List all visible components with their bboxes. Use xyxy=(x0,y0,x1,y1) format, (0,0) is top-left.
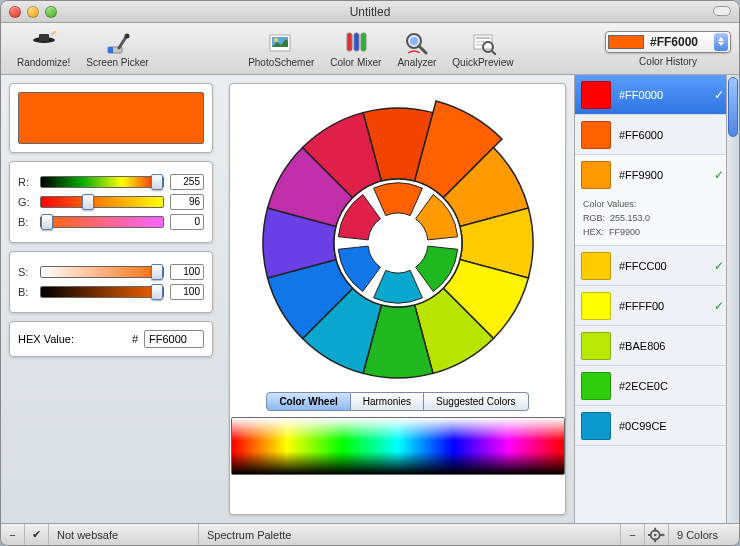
history-hex: #0C99CE xyxy=(619,420,724,432)
r-slider[interactable] xyxy=(40,176,164,188)
r-label: R: xyxy=(18,176,34,188)
randomize-label: Randomize! xyxy=(17,57,70,68)
stepper-arrows-icon[interactable] xyxy=(714,33,728,51)
history-row[interactable]: #BAE806▸ xyxy=(575,326,739,366)
history-list: #FF0000✓▸#FF6000▸#FF9900✓▾Color Values:R… xyxy=(575,75,739,523)
color-history-label: Color History xyxy=(639,56,697,67)
hex-dropdown-value: #FF6000 xyxy=(650,35,714,49)
history-row[interactable]: #0C99CE▸ xyxy=(575,406,739,446)
current-color-swatch xyxy=(18,92,204,144)
s-value[interactable]: 100 xyxy=(170,264,204,280)
toolbar: Randomize! Screen Picker PhotoSchemer Co… xyxy=(1,23,739,75)
b-label: B: xyxy=(18,216,34,228)
minus2-button[interactable]: − xyxy=(621,524,645,545)
left-column: R: 255 G: 96 B: 0 S: xyxy=(1,75,221,523)
gear-icon xyxy=(646,526,668,544)
eyedropper-icon xyxy=(103,30,131,56)
sb-panel: S: 100 B: 100 xyxy=(9,251,213,313)
check-button[interactable]: ✔ xyxy=(25,524,49,545)
analyze-icon xyxy=(403,30,431,56)
photo-icon xyxy=(267,30,295,56)
history-row[interactable]: #2ECE0C▸ xyxy=(575,366,739,406)
s-label: S: xyxy=(18,266,34,278)
history-swatch xyxy=(581,332,611,360)
history-row[interactable]: #FF6000▸ xyxy=(575,115,739,155)
g-label: G: xyxy=(18,196,34,208)
quickpreview-button[interactable]: QuickPreview xyxy=(444,23,521,74)
check-icon: ✓ xyxy=(714,299,724,313)
mid-column: Color Wheel Harmonies Suggested Colors xyxy=(221,75,574,523)
history-hex: #BAE806 xyxy=(619,340,724,352)
hex-prefix: # xyxy=(132,333,138,345)
scroll-thumb[interactable] xyxy=(728,77,738,137)
history-swatch xyxy=(581,372,611,400)
br-label: B: xyxy=(18,286,34,298)
history-hex: #FF9900 xyxy=(619,169,714,181)
history-row[interactable]: #FFFF00✓▸ xyxy=(575,286,739,326)
history-swatch xyxy=(581,161,611,189)
hex-dropdown[interactable]: #FF6000 xyxy=(605,31,731,53)
mixer-icon xyxy=(342,30,370,56)
history-swatch xyxy=(581,252,611,280)
palette-name[interactable]: Spectrum Palette xyxy=(199,524,621,545)
br-slider[interactable] xyxy=(40,286,164,298)
svg-rect-10 xyxy=(354,33,359,51)
g-value[interactable]: 96 xyxy=(170,194,204,210)
swatch-panel xyxy=(9,83,213,153)
svg-rect-4 xyxy=(108,47,113,53)
toolbar-toggle-icon[interactable] xyxy=(713,6,731,16)
spectrum-palette[interactable] xyxy=(231,417,565,475)
hex-dropdown-swatch xyxy=(608,35,644,49)
analyzer-button[interactable]: Analyzer xyxy=(389,23,444,74)
tab-harmonies[interactable]: Harmonies xyxy=(351,392,424,411)
analyzer-label: Analyzer xyxy=(397,57,436,68)
color-mixer-label: Color Mixer xyxy=(330,57,381,68)
svg-point-13 xyxy=(410,37,418,45)
tab-suggested[interactable]: Suggested Colors xyxy=(424,392,529,411)
s-slider[interactable] xyxy=(40,266,164,278)
color-wheel[interactable] xyxy=(248,88,548,388)
websafe-status: Not websafe xyxy=(49,524,199,545)
history-swatch xyxy=(581,81,611,109)
svg-rect-9 xyxy=(347,33,352,51)
scrollbar[interactable] xyxy=(726,75,739,523)
color-count: 9 Colors xyxy=(669,524,739,545)
screen-picker-button[interactable]: Screen Picker xyxy=(78,23,156,74)
history-hex: #FFFF00 xyxy=(619,300,714,312)
gear-button[interactable] xyxy=(645,524,669,545)
r-value[interactable]: 255 xyxy=(170,174,204,190)
minus-button[interactable]: − xyxy=(1,524,25,545)
check-icon: ✓ xyxy=(714,88,724,102)
history-row[interactable]: #FF0000✓▸ xyxy=(575,75,739,115)
history-hex: #2ECE0C xyxy=(619,380,724,392)
wheel-panel: Color Wheel Harmonies Suggested Colors xyxy=(229,83,566,515)
svg-rect-1 xyxy=(39,34,49,41)
history-details: Color Values:RGB: 255.153.0HEX: FF9900 xyxy=(575,195,739,245)
b-value[interactable]: 0 xyxy=(170,214,204,230)
history-row[interactable]: #FF9900✓▾Color Values:RGB: 255.153.0HEX:… xyxy=(575,155,739,246)
check-icon: ✓ xyxy=(714,259,724,273)
status-bar: − ✔ Not websafe Spectrum Palette − 9 Col… xyxy=(1,523,739,545)
hex-input[interactable] xyxy=(144,330,204,348)
history-hex: #FFCC00 xyxy=(619,260,714,272)
history-row[interactable]: #FFCC00✓▸ xyxy=(575,246,739,286)
tab-color-wheel[interactable]: Color Wheel xyxy=(266,392,350,411)
randomize-button[interactable]: Randomize! xyxy=(9,23,78,74)
svg-point-21 xyxy=(653,533,656,536)
history-swatch xyxy=(581,121,611,149)
title-bar: Untitled xyxy=(1,1,739,23)
photoschemer-button[interactable]: PhotoSchemer xyxy=(240,23,322,74)
b-slider[interactable] xyxy=(40,216,164,228)
svg-rect-11 xyxy=(361,33,366,51)
preview-icon xyxy=(469,30,497,56)
quickpreview-label: QuickPreview xyxy=(452,57,513,68)
br-value[interactable]: 100 xyxy=(170,284,204,300)
history-hex: #FF6000 xyxy=(619,129,724,141)
svg-point-8 xyxy=(274,38,278,42)
svg-point-5 xyxy=(125,33,130,38)
rgb-panel: R: 255 G: 96 B: 0 xyxy=(9,161,213,243)
color-mixer-button[interactable]: Color Mixer xyxy=(322,23,389,74)
history-column: #FF0000✓▸#FF6000▸#FF9900✓▾Color Values:R… xyxy=(574,75,739,523)
g-slider[interactable] xyxy=(40,196,164,208)
hex-panel: HEX Value: # xyxy=(9,321,213,357)
